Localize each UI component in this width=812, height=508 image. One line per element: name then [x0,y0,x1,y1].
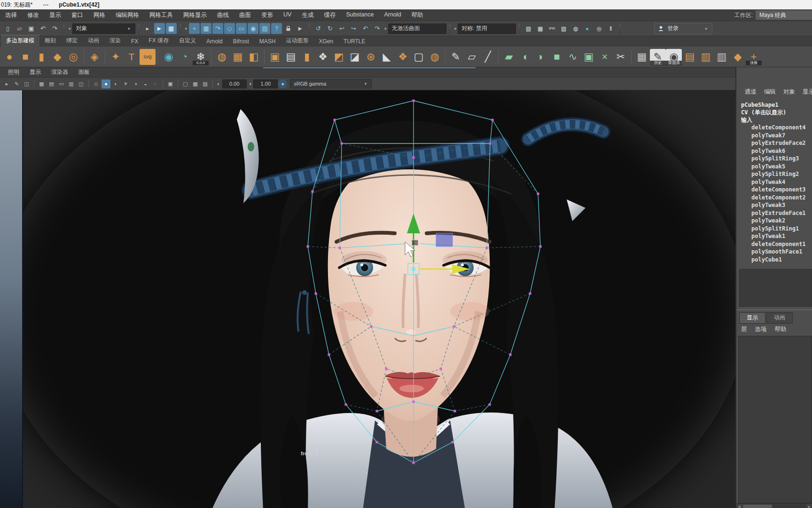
type-tool-icon[interactable]: T [124,49,140,65]
bridge-icon[interactable]: ▤ [283,49,299,65]
shelf-tab[interactable]: FX 缓存 [143,35,174,47]
textured-icon[interactable]: ◐ [111,79,120,88]
select-hierarchy-icon[interactable]: ▸ [142,23,153,34]
poly-plane-icon[interactable]: ◆ [49,49,65,65]
shelf-tab[interactable]: 渲染 [104,35,126,47]
bridge-edge-icon[interactable]: ◗ [533,49,549,65]
history-node[interactable]: deleteComponent1 [736,240,812,248]
shelf-tab[interactable]: 雕刻 [39,35,61,47]
extrude-icon[interactable]: ▣ [267,49,283,65]
image-plane-icon[interactable]: ▢ [181,79,190,88]
gate-mask-icon[interactable]: ▥ [67,79,76,88]
boolean-icon[interactable]: ◧ [246,49,262,65]
history-node[interactable]: polyCube1 [736,256,812,264]
bevel-edge-icon[interactable]: ◖ [517,49,533,65]
fill-hole-icon[interactable]: ▰ [501,49,517,65]
help-line-icon[interactable]: ? [271,23,282,34]
viewport-settings-icon[interactable]: ▨ [201,79,210,88]
selected-face-highlight[interactable] [436,233,453,246]
menu-item[interactable]: 缓存 [319,11,341,19]
curve-snap-b-icon[interactable]: ↩ [336,23,347,34]
column-grid-icon[interactable]: ▥ [714,49,730,65]
menu-item[interactable]: 曲面 [234,11,256,19]
snap-point-icon[interactable]: ◇ [224,23,235,34]
menu-item[interactable]: 选择 [0,11,22,19]
bevel-icon[interactable]: ▮ [299,49,315,65]
quad-draw-pen-icon[interactable]: ╱ [480,49,496,65]
curve-snap-e-icon[interactable]: ↷ [372,23,383,34]
color-management-icon[interactable]: ● [278,79,287,88]
menu-item[interactable]: 网格显示 [178,11,212,19]
quad-draw-icon[interactable]: ◣ [379,49,395,65]
menu-item[interactable]: 变形 [256,11,278,19]
history-toggle-icon[interactable]: ✎ 历史 [650,49,666,65]
workspace-selector[interactable]: 工作区: Maya 经典 [734,9,812,21]
construction-history-icon[interactable]: ↺ [313,23,324,34]
motion-blur-icon[interactable]: ◌ [151,79,160,88]
curve-snap-c-icon[interactable]: ↪ [348,23,359,34]
pause-icon[interactable]: ‖ [605,23,616,34]
layer-list[interactable] [738,336,812,503]
mask-expand-icon[interactable]: ▾ [67,26,72,31]
menu-item[interactable]: 编辑网格 [110,11,144,19]
menu-item[interactable]: 显示 [44,11,66,19]
gamma-icon[interactable]: ◑ [247,81,254,87]
active-surface-field[interactable]: 无激活曲面 [388,24,446,34]
make-live-icon[interactable]: ◉ [248,23,258,34]
history-node[interactable]: polyTweak4 [736,178,812,186]
symmetry-field[interactable]: 对称: 禁用 [458,24,516,34]
snap-grid-icon[interactable]: ▦ [201,23,211,34]
checker-window-icon[interactable]: ▣ [581,49,597,65]
channel-box-menu[interactable]: 显示 [803,88,812,96]
isolate-select-icon[interactable]: ▣ [166,79,175,88]
merge-icon[interactable]: ▤ [682,49,698,65]
history-node[interactable]: polySmoothFace1 [736,248,812,256]
exposure-icon[interactable]: ◐ [215,81,222,87]
viewport-canvas[interactable]: front -Z [0,90,735,508]
crease-tool-icon[interactable]: ✎ [448,49,464,65]
shelf-tab[interactable]: 自定义 [174,35,201,47]
snap-plane-icon[interactable]: ▭ [236,23,247,34]
field-chart-icon[interactable]: ◫ [77,79,86,88]
history-node[interactable]: deleteComponent4 [736,124,812,132]
history-node[interactable]: polyTweak2 [736,217,812,225]
layer-editor-menu[interactable]: 帮助 [775,325,787,333]
colorspace-dropdown[interactable]: sRGB gamma ▾ [290,79,372,88]
history-node[interactable]: polyTweak6 [736,147,812,155]
panel-menu-item[interactable]: 照明 [3,68,24,76]
zero-transforms-icon[interactable]: ❄ 0,0,0 [193,49,209,65]
xray-icon[interactable]: ◫ [22,79,31,88]
camera-attrs-icon[interactable]: ▩ [191,79,200,88]
backface-culling-icon[interactable]: ◉ 背面消 [666,49,682,65]
shaded-icon[interactable]: ● [102,79,110,88]
channel-value-area[interactable] [739,269,812,307]
combine-icon[interactable]: ◍ [214,49,230,65]
construction-aim-icon[interactable]: ◉ [161,49,177,65]
menu-item[interactable]: UV [278,11,297,19]
snap-time-icon[interactable]: ◔ [177,49,193,65]
smooth-icon[interactable]: ❖ [395,49,411,65]
poly-torus-icon[interactable]: ◎ [65,49,81,65]
spin-edge-icon[interactable]: × [597,49,613,65]
history-node[interactable]: polyTweak7 [736,132,812,140]
cv-row[interactable]: CV (单击以显示) [736,109,812,116]
cut-tool-icon[interactable]: ✂ [613,49,629,65]
snap-expand-icon[interactable]: ▾ [184,26,189,31]
select-camera-icon[interactable]: ▸ [2,79,11,88]
scrollbar-thumb[interactable] [743,505,772,508]
render-current-frame-icon[interactable]: ▦ [535,23,546,34]
viewport-scene[interactable]: front -Z [0,90,735,508]
history-node[interactable]: polySplitRing3 [736,155,812,163]
history-node[interactable]: deleteComponent3 [736,186,812,194]
connect-icon[interactable]: + 连接 [746,49,762,65]
chevron-down-icon[interactable]: ▾ [453,26,458,31]
shelf-tab[interactable]: XGen [313,37,338,47]
select-object-icon[interactable]: ► [154,23,165,34]
menu-item[interactable]: 修改 [22,11,44,19]
login-button[interactable]: 登录 ▾ [654,23,712,34]
render-view-icon[interactable]: ▧ [523,23,534,34]
shelf-tab[interactable]: FX [126,37,143,47]
layer-editor-tab[interactable]: 显示 [739,312,765,324]
redo-icon[interactable]: ↷ [49,23,60,34]
panel-menu-item[interactable]: 渲染器 [46,68,73,76]
